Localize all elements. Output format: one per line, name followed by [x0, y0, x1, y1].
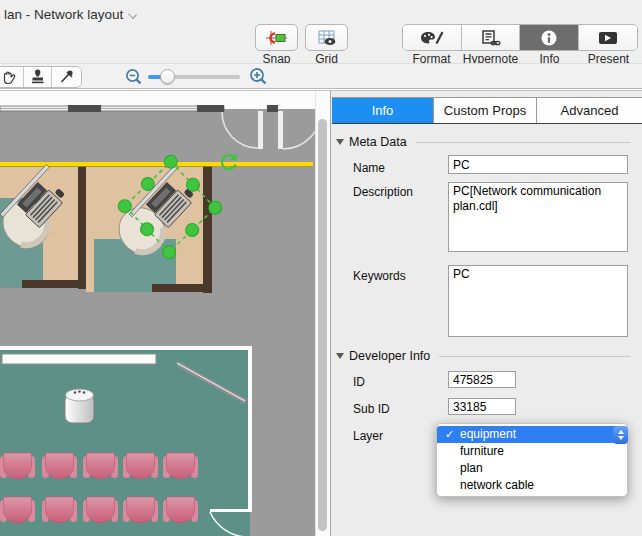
present-icon	[597, 30, 619, 46]
name-label: Name	[353, 161, 385, 175]
whiteboard[interactable]	[2, 354, 156, 364]
info-button[interactable]	[520, 25, 579, 50]
hypernote-icon	[479, 30, 501, 46]
collapse-triangle-icon[interactable]	[336, 139, 344, 145]
grid-button[interactable]	[305, 24, 348, 51]
layer-label: Layer	[353, 429, 383, 443]
layer-dropdown-menu: ✓ equipment furniture plan network cable	[436, 423, 628, 497]
arrow-down-icon	[618, 436, 624, 440]
snap-icon	[266, 30, 287, 46]
room-door	[210, 509, 252, 512]
snap-button[interactable]	[255, 24, 298, 51]
layer-option-furniture[interactable]: furniture	[437, 443, 627, 460]
collapse-triangle-icon[interactable]	[336, 353, 344, 359]
zoom-out-button[interactable]	[125, 68, 143, 90]
eyedropper-icon	[58, 69, 75, 85]
meta-data-section-header[interactable]: Meta Data	[336, 135, 630, 149]
developer-info-section-title: Developer Info	[349, 349, 430, 363]
sub-id-input[interactable]	[448, 398, 516, 415]
id-label: ID	[353, 375, 365, 389]
arrow-up-icon	[618, 430, 624, 434]
podium[interactable]	[65, 389, 94, 423]
hand-icon	[0, 69, 17, 85]
hypernote-button[interactable]	[462, 25, 521, 50]
zoom-in-icon	[249, 67, 268, 86]
description-label: Description	[353, 185, 413, 199]
tab-advanced[interactable]: Advanced	[537, 98, 642, 123]
zoom-slider-thumb[interactable]	[160, 69, 175, 84]
zoom-in-button[interactable]	[249, 67, 268, 90]
layer-option-plan[interactable]: plan	[437, 460, 627, 477]
format-button[interactable]	[403, 25, 462, 50]
section-rule	[416, 142, 630, 143]
conference-room	[0, 346, 252, 536]
developer-info-section-header[interactable]: Developer Info	[336, 349, 630, 363]
main-toolbar: lan - Network layout Snap Grid	[0, 0, 642, 63]
format-palette-icon	[420, 30, 444, 46]
keywords-input[interactable]: PC	[448, 265, 628, 337]
scrollbar-thumb[interactable]	[318, 119, 327, 531]
chevron-down-icon	[129, 9, 137, 17]
layer-option-equipment[interactable]: ✓ equipment	[437, 426, 627, 443]
meta-data-section-title: Meta Data	[349, 135, 407, 149]
panel-tabs: Info Custom Props Advanced	[332, 97, 642, 124]
sub-id-label: Sub ID	[353, 402, 390, 416]
app-window: lan - Network layout Snap Grid	[0, 0, 642, 536]
keywords-label: Keywords	[353, 269, 406, 283]
stamp-tool-button[interactable]	[24, 67, 53, 87]
document-title-text: lan - Network layout	[4, 7, 123, 22]
zoom-out-icon	[125, 68, 143, 86]
info-icon	[540, 29, 558, 47]
present-button[interactable]	[579, 25, 638, 50]
tab-custom-props[interactable]: Custom Props	[434, 98, 537, 123]
view-mode-segmented-control	[402, 24, 638, 51]
floor-plan[interactable]	[0, 91, 315, 536]
layer-option-network-cable[interactable]: network cable	[437, 477, 627, 494]
tools-toolbar	[0, 63, 642, 89]
id-input[interactable]	[448, 371, 516, 388]
hand-tool-button[interactable]	[0, 67, 24, 87]
stamp-icon	[29, 69, 46, 85]
drawing-canvas[interactable]	[0, 90, 315, 536]
description-input[interactable]: PC[Network communication plan.cdl]	[448, 182, 628, 252]
grid-icon	[316, 30, 337, 46]
tab-info[interactable]: Info	[332, 98, 434, 123]
name-input[interactable]	[448, 155, 628, 174]
eyedropper-tool-button[interactable]	[52, 67, 81, 87]
popup-arrows-cap[interactable]	[613, 426, 628, 444]
document-title[interactable]: lan - Network layout	[4, 7, 137, 22]
pointer-tool-group	[0, 66, 82, 88]
info-panel: Info Custom Props Advanced Meta Data Nam…	[330, 90, 642, 536]
section-rule	[439, 356, 630, 357]
checkmark-icon: ✓	[445, 426, 454, 443]
canvas-vertical-scrollbar[interactable]	[315, 90, 330, 536]
